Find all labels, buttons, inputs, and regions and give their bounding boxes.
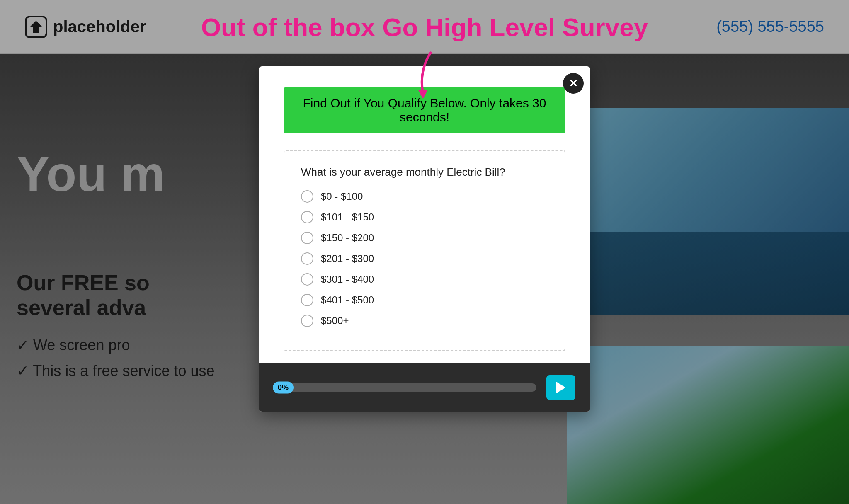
survey-title-text: Out of the box Go High Level Survey (201, 13, 648, 41)
radio-option-1[interactable]: $0 - $100 (301, 190, 548, 203)
radio-label-1: $0 - $100 (321, 191, 363, 202)
radio-option-3[interactable]: $150 - $200 (301, 232, 548, 244)
radio-option-7[interactable]: $500+ (301, 315, 548, 327)
progress-bar-area: 0% (259, 363, 590, 412)
survey-title-annotation: Out of the box Go High Level Survey (201, 12, 648, 42)
next-button[interactable] (546, 375, 575, 400)
radio-option-2[interactable]: $101 - $150 (301, 211, 548, 223)
radio-circle-4 (301, 252, 313, 265)
svg-marker-1 (418, 90, 428, 99)
radio-option-4[interactable]: $201 - $300 (301, 252, 548, 265)
radio-label-4: $201 - $300 (321, 253, 374, 264)
radio-label-5: $301 - $400 (321, 274, 374, 285)
question-box: What is your average monthly Electric Bi… (284, 150, 565, 351)
progress-track: 0% (274, 383, 536, 392)
radio-circle-5 (301, 273, 313, 286)
radio-circle-2 (301, 211, 313, 223)
radio-circle-7 (301, 315, 313, 327)
banner-text: Find Out if You Qualify Below. Only take… (303, 96, 546, 124)
question-label: What is your average monthly Electric Bi… (301, 166, 548, 179)
radio-option-5[interactable]: $301 - $400 (301, 273, 548, 286)
arrow-container (408, 50, 441, 99)
modal-close-button[interactable]: ✕ (563, 73, 584, 94)
radio-circle-6 (301, 294, 313, 306)
radio-label-6: $401 - $500 (321, 294, 374, 306)
radio-label-3: $150 - $200 (321, 232, 374, 244)
radio-circle-3 (301, 232, 313, 244)
radio-circle-1 (301, 190, 313, 203)
arrow-icon (408, 50, 441, 99)
radio-label-2: $101 - $150 (321, 211, 374, 223)
radio-option-6[interactable]: $401 - $500 (301, 294, 548, 306)
radio-options: $0 - $100$101 - $150$150 - $200$201 - $3… (301, 190, 548, 327)
next-button-icon (556, 382, 565, 393)
progress-label: 0% (273, 382, 294, 394)
radio-label-7: $500+ (321, 315, 349, 327)
modal: ✕ Find Out if You Qualify Below. Only ta… (259, 66, 590, 412)
